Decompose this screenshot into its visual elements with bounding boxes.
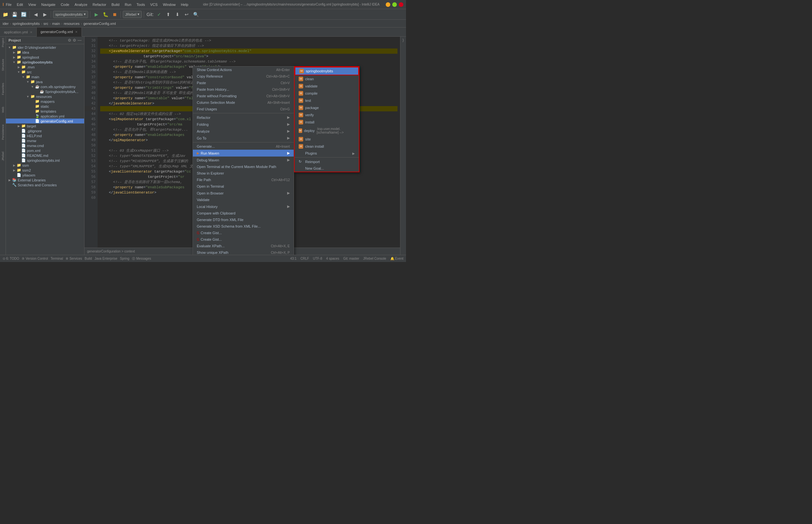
tree-item-idea[interactable]: ▶ 📁 idea	[6, 50, 84, 55]
window-controls[interactable]	[386, 2, 403, 7]
toolbar-push-btn[interactable]: ⬆	[164, 11, 172, 18]
tree-item-help[interactable]: 📄 HELP.md	[6, 133, 84, 138]
menu-navigate[interactable]: Navigate	[39, 2, 57, 7]
tree-item-iml[interactable]: 📄 springbootmybits.iml	[6, 158, 84, 163]
ctx-local-history[interactable]: Local History ▶	[193, 203, 294, 210]
tree-item-generator-config[interactable]: 📄 generatorConfig.xml	[6, 118, 84, 124]
tree-item-templates[interactable]: 📁 templates	[6, 109, 84, 114]
breadcrumb-file[interactable]: generatorConfig.xml	[83, 22, 116, 26]
tree-item-springbootmybits[interactable]: ▼ 📁 springbootmybits	[6, 60, 84, 65]
ctx-show-unique-xpath[interactable]: Show unique XPath Ctrl+Alt+X, P	[193, 249, 294, 255]
ctx-show-explorer[interactable]: Show in Explorer	[193, 170, 294, 177]
breadcrumb-main[interactable]: main	[52, 22, 60, 26]
ctx-column-selection[interactable]: Column Selection Mode Alt+Shift+Insert	[193, 99, 294, 106]
ctx-goto[interactable]: Go To ▶	[193, 135, 294, 142]
breadcrumb-src[interactable]: src	[44, 22, 48, 26]
tree-arrow-src[interactable]: ▼	[16, 70, 21, 74]
menu-code[interactable]: Code	[59, 2, 71, 7]
ctx-generate[interactable]: Generate... Alt+Insert	[193, 143, 294, 150]
submenu-deploy[interactable]: M deploy :ksp.user.model.[schemaName] --…	[295, 126, 359, 135]
status-messages[interactable]: ⓪ Messages	[132, 257, 151, 261]
ctx-create-gist-1[interactable]: G Create Gist...	[193, 230, 294, 236]
tree-arrow-ssm[interactable]: ▶	[12, 164, 16, 167]
toolbar-folder-btn[interactable]: 📁	[1, 11, 9, 18]
tree-item-springclass[interactable]: ☕ SpringbootmybitsA...	[6, 89, 84, 94]
ctx-paste[interactable]: Paste Ctrl+V	[193, 80, 294, 86]
tree-arrow-resources[interactable]: ▼	[26, 95, 30, 98]
ctx-open-browser[interactable]: Open in Browser ▶	[193, 190, 294, 197]
ctx-validate[interactable]: Validate	[193, 197, 294, 203]
toolbar-pull-btn[interactable]: ⬇	[173, 11, 181, 18]
project-panel-icon[interactable]: Project	[1, 38, 4, 47]
ctx-debug-maven[interactable]: Debug Maven ▶	[193, 157, 294, 163]
ctx-file-path[interactable]: File Path Ctrl+Alt+F12	[193, 177, 294, 183]
toolbar-check-btn[interactable]: ✓	[155, 11, 163, 18]
tree-item-springboot[interactable]: ▶ 📁 springboot	[6, 55, 84, 60]
toolbar-stop-btn[interactable]: ⏹	[111, 11, 118, 18]
tree-item-mappers[interactable]: 📁 mappers	[6, 99, 84, 104]
sidebar-actions[interactable]: ⚙ ⚙ —	[68, 38, 82, 43]
jrebel-dropdown[interactable]: JRebel ▾	[123, 11, 142, 18]
ctx-find-usages[interactable]: Find Usages Ctrl+G	[193, 106, 294, 112]
submenu-package[interactable]: M package	[295, 104, 359, 111]
toolbar-refresh-btn[interactable]: 🔄	[20, 11, 28, 18]
ctx-evaluate-xpath[interactable]: Evaluate XPath... Ctrl+Alt+X, E	[193, 243, 294, 249]
submenu-clean[interactable]: M clean	[295, 75, 359, 83]
ctx-show-context-actions[interactable]: Show Context Actions Alt+Enter	[193, 66, 294, 73]
ctx-paste-no-format[interactable]: Paste without Formatting Ctrl+Alt+Shift+…	[193, 93, 294, 99]
submenu-new-goal[interactable]: New Goal...	[295, 165, 359, 171]
tree-item-java[interactable]: ▼ 📁 java	[6, 79, 84, 84]
tree-arrow-idea[interactable]: ▶	[12, 51, 16, 54]
tree-item-pom[interactable]: 📄 pom.xml	[6, 148, 84, 153]
menu-run[interactable]: Run	[123, 2, 133, 7]
toolbar-save-btn[interactable]: 💾	[11, 11, 18, 18]
tree-item-mvnw-cmd[interactable]: 📄 mvnw.cmd	[6, 143, 84, 148]
tab-generator-config[interactable]: generatorConfig.xml ✕	[37, 28, 82, 37]
tab-generator-config-close[interactable]: ✕	[75, 30, 78, 34]
submenu-site[interactable]: M site	[295, 135, 359, 143]
sidebar-settings-icon[interactable]: ⚙	[68, 38, 71, 43]
tree-item-ssm[interactable]: ▶ 📁 ssm	[6, 163, 84, 168]
toolbar-git-btn[interactable]: Git:	[146, 11, 154, 18]
menu-tools[interactable]: Tools	[135, 2, 147, 7]
tree-item-src[interactable]: ▼ 📁 src	[6, 69, 84, 74]
tree-item-scratches[interactable]: 🔧 Scratches and Consoles	[6, 182, 84, 187]
code-editor[interactable]: 3031323334 3536373839 40414243 444546474…	[84, 37, 400, 255]
tree-arrow-springbootmybits[interactable]: ▼	[12, 61, 16, 64]
tree-item-ider[interactable]: ▼ 📁 ider D:\zking\xuexin\ider	[6, 45, 84, 50]
tree-arrow-package[interactable]: ▼	[30, 85, 35, 88]
sidebar-gear-icon[interactable]: ⚙	[73, 38, 76, 43]
right-icon-scroll[interactable]: ⟩	[402, 38, 404, 43]
ctx-run-maven[interactable]: ▶ Run Maven ▶	[193, 150, 294, 157]
tree-item-ssm2[interactable]: ▶ 📁 ssm2	[6, 168, 84, 173]
ctx-paste-history[interactable]: Paste from History... Ctrl+Shift+V	[193, 86, 294, 93]
ctx-refactor[interactable]: Refactor ▶	[193, 114, 294, 121]
toolbar-forward-btn[interactable]: ▶	[41, 11, 49, 18]
menu-analyze[interactable]: Analyze	[73, 2, 89, 7]
submenu-test[interactable]: M test	[295, 97, 359, 104]
toolbar-run-btn[interactable]: ▶	[92, 11, 100, 18]
menu-bar[interactable]: File Edit View Navigate Code Analyze Ref…	[4, 2, 190, 7]
menu-help[interactable]: Help	[179, 2, 190, 7]
minimize-button[interactable]	[386, 2, 390, 7]
breadcrumb-ider[interactable]: ider	[3, 22, 9, 26]
tree-item-yiliao[interactable]: 📄 yiliaoxm	[6, 173, 84, 178]
tree-item-gitignore[interactable]: 📄 .gitignore	[6, 128, 84, 133]
sidebar-expand-icon[interactable]: —	[78, 38, 82, 43]
web-panel-icon[interactable]: Web	[1, 107, 4, 113]
tree-item-mvnw[interactable]: 📄 mvnw	[6, 138, 84, 143]
menu-vcs[interactable]: VCS	[148, 2, 160, 7]
status-encoding[interactable]: UTF-8	[313, 257, 322, 260]
status-event-log[interactable]: 🔔 Event	[390, 257, 403, 260]
status-spring[interactable]: Spring	[120, 257, 129, 261]
breadcrumb-resources[interactable]: resources	[64, 22, 80, 26]
breadcrumb-springbootmybits[interactable]: springbootmybits	[13, 22, 39, 26]
status-jrebel-console[interactable]: JRebel Console	[363, 257, 386, 260]
menu-refactor[interactable]: Refactor	[91, 2, 109, 7]
status-position[interactable]: 43:1	[290, 257, 296, 260]
tree-arrow-main[interactable]: ▼	[21, 75, 26, 79]
submenu-plugins[interactable]: Plugins ▶	[295, 150, 359, 157]
ctx-open-terminal[interactable]: Open in Terminal	[193, 183, 294, 190]
ctx-analyze[interactable]: Analyze ▶	[193, 128, 294, 135]
tree-arrow-springboot[interactable]: ▶	[12, 56, 16, 59]
